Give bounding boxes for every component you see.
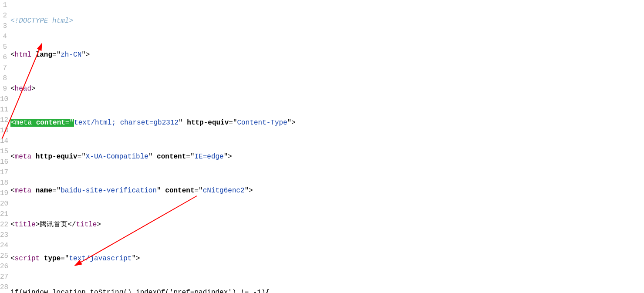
line-number: 8 [0, 73, 8, 84]
code-editor[interactable]: 1234567891011121314151617181920212223242… [0, 0, 644, 293]
line-number: 19 [0, 188, 8, 199]
line-number: 4 [0, 31, 8, 42]
line-number: 18 [0, 178, 8, 188]
code-line[interactable]: <meta name="baidu-site-verification" con… [10, 185, 613, 196]
line-number: 3 [0, 21, 8, 31]
code-line[interactable]: <script type="text/javascript"> [10, 253, 613, 264]
code-area[interactable]: <!DOCTYPE html> <html lang="zh-CN"> <hea… [10, 0, 613, 293]
line-number: 28 [0, 282, 8, 293]
line-number: 20 [0, 199, 8, 209]
line-number: 1 [0, 0, 8, 10]
line-number: 13 [0, 125, 8, 136]
line-gutter: 1234567891011121314151617181920212223242… [0, 0, 8, 293]
line-number: 21 [0, 209, 8, 219]
code-line[interactable]: <meta content="text/html; charset=gb2312… [10, 118, 613, 128]
doctype: <!DOCTYPE html> [10, 17, 73, 25]
selection-highlight: <meta content=" [10, 119, 74, 127]
line-number: 17 [0, 167, 8, 178]
code-line[interactable]: if(window.location.toString().indexOf('p… [10, 287, 613, 293]
code-line[interactable]: <html lang="zh-CN"> [10, 50, 613, 60]
line-number: 7 [0, 63, 8, 73]
line-number: 27 [0, 272, 8, 282]
line-number: 24 [0, 240, 8, 251]
line-number: 16 [0, 157, 8, 167]
line-number: 5 [0, 42, 8, 52]
line-number: 12 [0, 115, 8, 125]
line-number: 23 [0, 230, 8, 240]
line-number: 11 [0, 104, 8, 115]
line-number: 25 [0, 251, 8, 261]
line-number: 10 [0, 94, 8, 104]
code-line[interactable]: <head> [10, 84, 613, 94]
line-number: 26 [0, 261, 8, 272]
line-number: 6 [0, 52, 8, 63]
line-number: 15 [0, 146, 8, 157]
code-line[interactable]: <!DOCTYPE html> [10, 16, 613, 26]
code-line[interactable]: <title>腾讯首页</title> [10, 219, 613, 230]
line-number: 9 [0, 84, 8, 94]
line-number: 14 [0, 136, 8, 146]
code-line[interactable]: <meta http-equiv="X-UA-Compatible" conte… [10, 152, 613, 162]
line-number: 2 [0, 10, 8, 21]
line-number: 22 [0, 219, 8, 230]
